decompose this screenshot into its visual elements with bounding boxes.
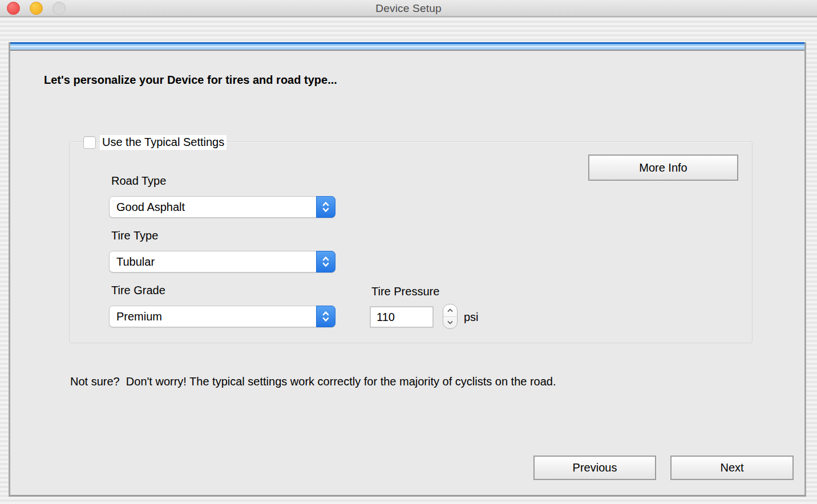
stepper-up-icon[interactable] [443,304,457,317]
previous-button[interactable]: Previous [533,456,656,480]
typical-settings-legend: Use the Typical Settings [83,135,227,151]
stepper-down-icon[interactable] [443,317,457,329]
road-type-value: Good Asphalt [110,201,316,214]
next-button[interactable]: Next [670,456,794,480]
tire-type-select[interactable]: Tubular [109,251,335,273]
tire-pressure-input[interactable] [370,306,434,328]
title-bar: Device Setup [0,0,817,17]
typical-settings-label: Use the Typical Settings [100,135,227,150]
chevron-up-down-icon [316,196,335,218]
chevron-up-down-icon [316,251,335,273]
more-info-button[interactable]: More Info [588,155,738,181]
chevron-up-down-icon [316,306,335,327]
tire-grade-select[interactable]: Premium [109,306,335,327]
tire-pressure-stepper[interactable] [443,304,458,329]
wizard-panel: Let's personalize your Device for tires … [9,42,806,497]
tire-grade-value: Premium [110,310,316,323]
typical-settings-checkbox[interactable] [83,136,96,149]
tire-type-label: Tire Type [111,229,158,242]
tire-pressure-label: Tire Pressure [371,285,439,298]
tire-pressure-unit: psi [464,311,479,324]
progress-strip [10,42,804,51]
road-type-label: Road Type [111,174,166,188]
tire-type-value: Tubular [110,255,316,269]
page-title: Let's personalize your Device for tires … [44,74,337,87]
tire-grade-label: Tire Grade [111,284,165,297]
reassurance-note: Not sure? Don't worry! The typical setti… [70,375,556,388]
road-type-select[interactable]: Good Asphalt [109,196,335,218]
window-title: Device Setup [0,2,817,15]
